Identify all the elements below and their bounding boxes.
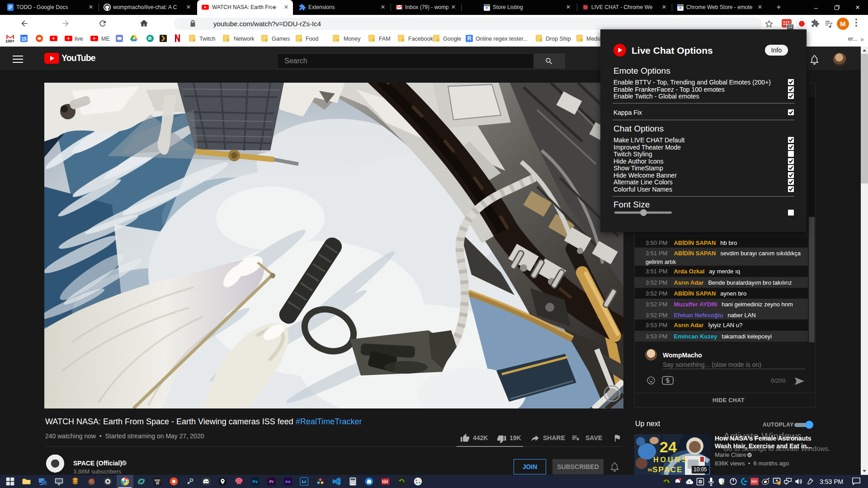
- svg-text:SPACE: SPACE: [652, 465, 683, 474]
- svg-text:IN: IN: [648, 468, 652, 472]
- svg-text:EPIC: EPIC: [155, 479, 160, 482]
- svg-text:Ps: Ps: [253, 479, 258, 484]
- svg-text:!: !: [724, 483, 724, 485]
- svg-text:Ae: Ae: [285, 479, 291, 484]
- svg-text:Lr: Lr: [302, 479, 307, 484]
- svg-text:24: 24: [660, 438, 677, 455]
- svg-text:HOURS: HOURS: [653, 456, 689, 464]
- svg-text:Pr: Pr: [269, 479, 274, 484]
